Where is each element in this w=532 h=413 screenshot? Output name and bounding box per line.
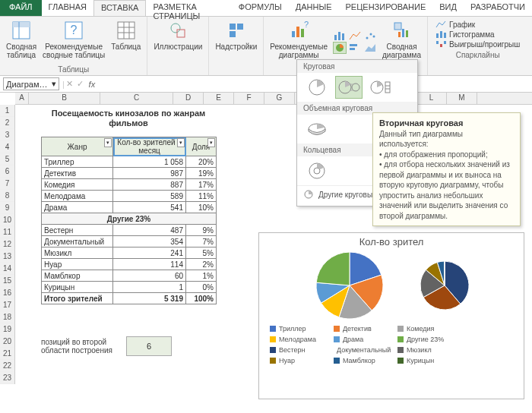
sparkline-column[interactable]: Гистограмма <box>435 30 520 39</box>
row-3[interactable]: 3 <box>0 129 14 141</box>
cell[interactable]: 1% <box>186 270 217 282</box>
file-tab[interactable]: ФАЙЛ <box>0 0 42 16</box>
filter-arrow[interactable]: ▾ <box>104 138 112 147</box>
col-F[interactable]: F <box>234 93 264 104</box>
cell[interactable]: 9% <box>186 225 217 236</box>
cell[interactable]: Триллер <box>42 156 113 168</box>
col-E[interactable]: E <box>204 93 234 104</box>
cell[interactable]: 17% <box>186 179 217 191</box>
name-box[interactable]: Диаграм…▾ <box>3 77 59 90</box>
pie-2d-option[interactable] <box>303 76 331 99</box>
row-16[interactable]: 16 <box>0 287 14 299</box>
row-1[interactable]: 1 <box>0 105 14 117</box>
row-17[interactable]: 17 <box>0 299 14 311</box>
tab-формулы[interactable]: ФОРМУЛЫ <box>232 0 289 16</box>
cell[interactable]: 114 <box>113 259 186 270</box>
tab-рецензирование[interactable]: РЕЦЕНЗИРОВАНИЕ <box>338 0 432 16</box>
cell[interactable]: 0% <box>186 282 217 293</box>
cell[interactable]: 541 <box>113 202 186 213</box>
col-A[interactable]: A <box>15 93 29 104</box>
filter-arrow[interactable]: ▾ <box>177 138 185 147</box>
column-headers[interactable]: ABCDEFGHIJKLM <box>15 93 532 105</box>
cell[interactable]: 11% <box>186 191 217 202</box>
row-23[interactable]: 23 <box>0 372 14 384</box>
row-14[interactable]: 14 <box>0 263 14 275</box>
pivot-table-button[interactable]: Сводная таблица <box>3 18 40 65</box>
row-10[interactable]: 10 <box>0 214 14 226</box>
cell[interactable]: 1 058 <box>113 156 186 168</box>
cell[interactable]: Нуар <box>42 259 113 270</box>
recommended-pivot-button[interactable]: ? Рекомендуемые сводные таблицы <box>40 18 108 65</box>
sparkline-winloss[interactable]: Выигрыш/проигрыш <box>435 39 520 49</box>
cell[interactable]: Курицын <box>42 282 113 293</box>
col-header[interactable]: Доля▾ <box>186 137 217 156</box>
row-8[interactable]: 8 <box>0 190 14 202</box>
cell[interactable]: 589 <box>113 191 186 202</box>
cell[interactable]: Комедия <box>42 179 113 191</box>
pie-3d-option[interactable] <box>303 118 331 140</box>
bar-of-pie-option[interactable] <box>367 76 394 99</box>
tab-главная[interactable]: ГЛАВНАЯ <box>42 0 93 16</box>
cell[interactable]: 10% <box>186 202 217 213</box>
row-19[interactable]: 19 <box>0 323 14 336</box>
cell[interactable]: 1 <box>113 282 186 293</box>
col-D[interactable]: D <box>173 93 204 104</box>
row-6[interactable]: 6 <box>0 166 14 178</box>
cell[interactable]: Документальный <box>42 236 113 247</box>
row-15[interactable]: 15 <box>0 275 14 287</box>
cell[interactable]: 19% <box>186 168 217 179</box>
row-headers[interactable]: 1234567891011121314151617181920212223 <box>0 105 15 384</box>
cell[interactable]: 241 <box>113 247 186 259</box>
tab-вставка[interactable]: ВСТАВКА <box>93 0 146 16</box>
cancel-icon[interactable]: ✕ <box>65 79 75 89</box>
data-table[interactable]: Жанр▾Кол-во зрителей в месяц▾Доля▾Трилле… <box>41 137 217 304</box>
cell[interactable]: 354 <box>113 236 186 247</box>
col-M[interactable]: M <box>447 93 477 104</box>
cell[interactable]: 5% <box>186 247 217 259</box>
recommended-charts-button[interactable]: ? Рекомендуемые диаграммы <box>267 18 331 65</box>
col-L[interactable]: L <box>416 93 447 104</box>
pie-of-pie-option[interactable] <box>335 76 363 99</box>
tab-данные[interactable]: ДАННЫЕ <box>289 0 339 16</box>
illustrations-button[interactable]: Иллюстрации <box>150 18 205 73</box>
sparkline-line[interactable]: График <box>435 20 520 29</box>
enter-icon[interactable]: ✓ <box>75 79 86 89</box>
cell[interactable]: 887 <box>113 179 186 191</box>
addins-button[interactable]: Надстройки <box>212 18 260 73</box>
row-12[interactable]: 12 <box>0 238 14 251</box>
aux-value[interactable]: 6 <box>126 336 172 356</box>
chart-gallery-row2[interactable] <box>334 43 376 53</box>
col-C[interactable]: C <box>100 93 173 104</box>
tab-вид[interactable]: ВИД <box>432 0 464 16</box>
chart-gallery-row1[interactable] <box>334 30 376 41</box>
row-2[interactable]: 2 <box>0 117 14 129</box>
doughnut-option[interactable] <box>303 159 331 182</box>
filter-arrow[interactable]: ▾ <box>207 138 215 147</box>
col-G[interactable]: G <box>264 93 295 104</box>
chart-object[interactable]: Кол-во зрител ТриллерДетективКомедияМело… <box>258 232 524 399</box>
row-9[interactable]: 9 <box>0 202 14 214</box>
row-18[interactable]: 18 <box>0 311 14 323</box>
row-7[interactable]: 7 <box>0 178 14 190</box>
row-4[interactable]: 4 <box>0 141 14 153</box>
cell[interactable]: 60 <box>113 270 186 282</box>
col-header[interactable]: Жанр▾ <box>42 137 113 156</box>
cell[interactable]: 487 <box>113 225 186 236</box>
row-13[interactable]: 13 <box>0 251 14 263</box>
cell[interactable]: 20% <box>186 156 217 168</box>
col-B[interactable]: B <box>29 93 100 104</box>
row-21[interactable]: 21 <box>0 348 14 360</box>
cell[interactable]: Вестерн <box>42 225 113 236</box>
row-20[interactable]: 20 <box>0 336 14 348</box>
cell[interactable]: Мюзикл <box>42 247 113 259</box>
cell[interactable]: 987 <box>113 168 186 179</box>
row-22[interactable]: 22 <box>0 360 14 372</box>
pivot-chart-button[interactable]: Сводная диаграмма <box>379 18 424 65</box>
table-button[interactable]: Таблица <box>108 18 144 65</box>
row-11[interactable]: 11 <box>0 226 14 238</box>
cell[interactable]: 7% <box>186 236 217 247</box>
cell[interactable]: Детектив <box>42 168 113 179</box>
tab-разметка страницы[interactable]: РАЗМЕТКА СТРАНИЦЫ <box>146 0 231 16</box>
tab-разработчи[interactable]: РАЗРАБОТЧИ <box>464 0 532 16</box>
row-5[interactable]: 5 <box>0 153 14 166</box>
